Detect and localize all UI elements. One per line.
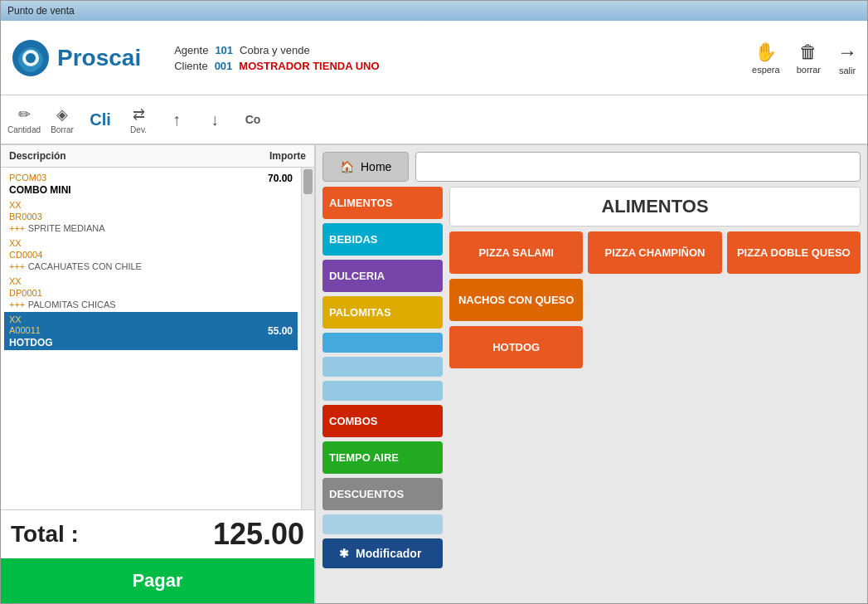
order-header: Descripción Importe [1,145,314,168]
order-list: PCOM03 70.00 COMBO MINI XX BR0003 +++ SP… [1,168,301,509]
order-sub-item[interactable]: XX DP0001 +++ PALOMITAS CHICAS [4,274,298,312]
category-sidebar: ALIMENTOS BEBIDAS DULCERIA PALOMITAS COM… [322,187,443,597]
menu-panel: 🏠 Home ALIMENTOS BEBIDAS DULCERIA PALOMI… [316,145,867,603]
modificador-button[interactable]: ✱ Modificador [322,538,443,568]
category-empty2[interactable] [322,357,443,377]
window-title: Punto de venta [7,5,75,17]
item-name: COMBO MINI [9,184,71,196]
down-button[interactable]: ↓ [198,110,231,129]
cliente-label: Cliente [174,60,207,72]
agente-row: Agente 101 Cobra y vende [174,44,752,56]
svg-point-2 [26,53,36,63]
agente-code: 101 [215,44,233,56]
pay-button[interactable]: Pagar [1,558,314,603]
item-qty-xx3: XX [9,276,22,286]
product-empty1[interactable] [588,279,721,321]
products-grid: PIZZA SALAMI PIZZA CHAMPIÑON PIZZA DOBLE… [449,231,861,368]
borrar-label: borrar [797,65,821,75]
borrar-toolbar-label: Borrar [51,125,74,134]
cantidad-icon: ✏ [18,105,31,124]
category-empty1[interactable] [322,333,443,353]
col-importe: Importe [269,150,306,162]
info-area: Agente 101 Cobra y vende Cliente 001 MOS… [174,44,752,72]
salir-button[interactable]: → salir [837,41,857,76]
category-palomitas[interactable]: PALOMITAS [322,296,443,329]
modificador-label: Modificador [356,547,421,560]
category-dulceria[interactable]: DULCERIA [322,260,443,292]
agente-name: Cobra y vende [240,44,310,56]
salir-label: salir [839,66,856,76]
product-pizza-champinon[interactable]: PIZZA CHAMPIÑON [588,231,721,274]
category-bebidas[interactable]: BEBIDAS [322,223,443,256]
category-descuentos[interactable]: DESCUENTOS [322,478,443,510]
order-item[interactable]: PCOM03 70.00 COMBO MINI [4,171,298,197]
logo-icon [11,38,51,78]
header-actions: ✋ espera 🗑 borrar → salir [752,41,857,76]
borrar-toolbar-icon: ◈ [56,105,68,124]
category-tiempo-aire[interactable]: TIEMPO AIRE [322,441,443,474]
cantidad-button[interactable]: ✏ Cantidad [7,105,41,134]
up-button[interactable]: ↑ [160,110,193,129]
dev-label: Dev. [130,125,147,134]
menu-top: 🏠 Home [322,152,861,182]
product-pizza-salami[interactable]: PIZZA SALAMI [449,231,583,274]
category-empty4[interactable] [322,514,443,534]
item-price: 70.00 [268,173,293,184]
cantidad-label: Cantidad [7,125,41,134]
logo-text: Proscai [57,45,141,71]
item-detail2: CACAHUATES CON CHILE [28,261,142,271]
co-button[interactable]: Co [236,113,269,126]
order-item-selected[interactable]: XX A00011 55.00 HOTDOG [4,312,298,350]
product-empty3[interactable] [588,326,721,368]
products-area: ALIMENTOS PIZZA SALAMI PIZZA CHAMPIÑON P… [449,187,861,597]
item-name-selected: HOTDOG [9,337,53,348]
title-bar: Punto de venta [1,1,867,21]
product-pizza-doble-queso[interactable]: PIZZA DOBLE QUESO [727,231,861,274]
dev-button[interactable]: ⇄ Dev. [122,105,155,134]
home-icon: 🏠 [340,160,354,173]
cliente-name: MOSTRADOR TIENDA UNO [239,60,379,72]
espera-icon: ✋ [754,41,777,63]
espera-label: espera [752,65,780,75]
item-qty-plus: +++ [9,223,25,233]
home-button[interactable]: 🏠 Home [322,152,409,182]
item-detail3: PALOMITAS CHICAS [28,300,116,309]
item-qty-xx2: XX [9,238,22,248]
modificador-icon: ✱ [339,547,349,560]
espera-button[interactable]: ✋ espera [752,41,780,75]
product-empty2[interactable] [727,279,861,321]
search-input[interactable] [415,152,861,182]
toolbar: ✏ Cantidad ◈ Borrar Cli ⇄ Dev. ↑ ↓ Co [1,95,867,145]
order-sub-item[interactable]: XX BR0003 +++ SPRITE MEDIANA [4,197,298,236]
category-empty3[interactable] [322,381,443,401]
total-bar: Total : 125.00 [1,509,314,558]
item-sub-code2: CD0004 [9,250,42,260]
dev-icon: ⇄ [133,105,145,124]
item-sub-code3: DP0001 [9,288,42,298]
col-description: Descripción [9,150,66,162]
borrar-toolbar-button[interactable]: ◈ Borrar [46,105,79,134]
order-sub-item[interactable]: XX CD0004 +++ CACAHUATES CON CHILE [4,236,298,274]
cliente-code: 001 [215,60,233,72]
product-hotdog[interactable]: HOTDOG [449,326,583,368]
item-detail: SPRITE MEDIANA [28,223,105,233]
main-window: Punto de venta Proscai Agente 101 Cobra … [0,0,868,604]
borrar-button[interactable]: 🗑 borrar [797,41,821,75]
header: Proscai Agente 101 Cobra y vende Cliente… [1,21,867,95]
category-alimentos[interactable]: ALIMENTOS [322,187,443,219]
item-price-selected: 55.00 [268,325,293,337]
cli-button[interactable]: Cli [84,110,117,129]
up-icon: ↑ [172,110,181,129]
item-code-selected: A00011 [9,325,41,337]
item-qty-xx4: XX [9,314,22,324]
product-empty4[interactable] [727,326,861,368]
item-sub-code: BR0003 [9,212,42,222]
agente-label: Agente [174,44,208,56]
menu-body: ALIMENTOS BEBIDAS DULCERIA PALOMITAS COM… [322,187,861,597]
item-qty-xx: XX [9,200,22,210]
order-scrollbar[interactable] [301,168,314,509]
home-label: Home [361,160,391,173]
category-combos[interactable]: COMBOS [322,405,443,437]
product-nachos[interactable]: NACHOS CON QUESO [449,279,583,321]
total-amount: 125.00 [213,517,304,552]
